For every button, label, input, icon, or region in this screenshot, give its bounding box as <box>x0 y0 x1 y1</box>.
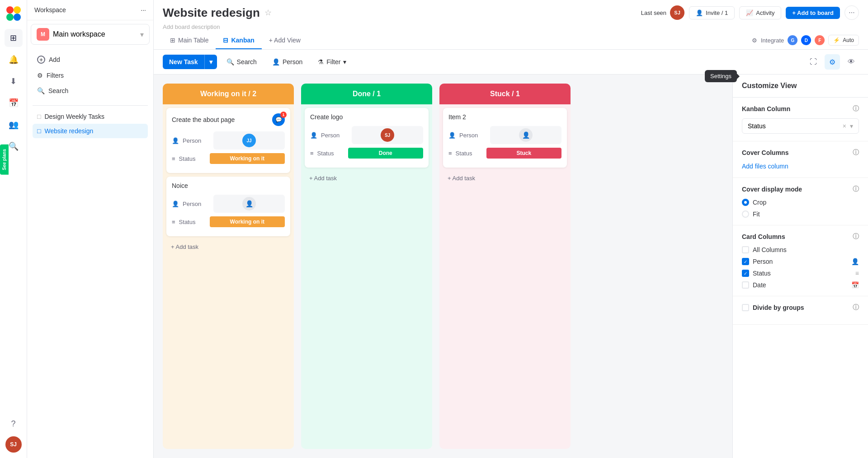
checkbox-divide-square <box>742 304 749 311</box>
add-files-link[interactable]: Add files column <box>742 163 788 170</box>
help-icon[interactable]: ? <box>5 415 23 433</box>
checkbox-date[interactable]: Date 📅 <box>742 281 859 289</box>
see-plans-banner[interactable]: See plans <box>0 145 9 175</box>
add-task-btn-col1[interactable]: + Add task <box>166 240 290 254</box>
kanban-column-info-icon[interactable]: ⓘ <box>853 105 859 113</box>
card-field-status-1: ≡ Status Working on it <box>172 153 285 164</box>
cover-columns-info-icon[interactable]: ⓘ <box>853 149 859 157</box>
team-icon[interactable]: 👥 <box>5 116 23 134</box>
radio-crop[interactable]: Crop <box>742 199 859 206</box>
workspace-more-btn[interactable]: ··· <box>141 6 146 14</box>
select-clear-icon[interactable]: × <box>843 122 846 130</box>
status-field-icon-3: ≡ <box>310 150 314 157</box>
tab-add-view[interactable]: + Add View <box>262 32 308 48</box>
svg-point-3 <box>14 14 21 21</box>
workspace-icon: M <box>37 28 49 41</box>
chat-icon-1[interactable]: 💬 1 <box>272 113 285 126</box>
status-field-icon-2: ≡ <box>172 219 175 225</box>
status-value-4[interactable]: Stuck <box>486 148 561 159</box>
auto-icon: ⚡ <box>833 37 840 43</box>
person-value-3[interactable]: SJ <box>352 126 423 144</box>
app-logo[interactable] <box>5 5 22 22</box>
top-header: Website redesign ☆ Last seen SJ 👤 Invite… <box>154 0 868 50</box>
card-title-4: Item 2 <box>448 113 561 121</box>
search-btn[interactable]: 🔍 Search <box>221 55 263 69</box>
workspace-name: Main workspace <box>53 30 105 38</box>
person-checkbox-icon: 👤 <box>851 258 859 265</box>
checkbox-status-square <box>742 270 749 277</box>
sidebar-filters-btn[interactable]: ⚙ Filters <box>33 68 148 83</box>
add-task-btn-col3[interactable]: + Add task <box>443 171 567 185</box>
status-value-1[interactable]: Working on it <box>210 153 285 164</box>
divide-by-groups-section: Divide by groups ⓘ <box>733 296 868 325</box>
add-to-board-btn[interactable]: + Add to board <box>786 7 840 19</box>
bell-icon[interactable]: 🔔 <box>5 51 23 69</box>
cover-display-title: Cover display mode ⓘ <box>742 185 859 193</box>
tab-main-table[interactable]: ⊞ Main Table <box>163 32 216 49</box>
kanban-board: Working on it / 2 Create the about page … <box>154 75 732 458</box>
sidebar-add-btn[interactable]: + Add <box>33 52 148 67</box>
download-icon[interactable]: ⬇ <box>5 72 23 90</box>
status-value-3[interactable]: Done <box>348 148 423 159</box>
chat-badge-1: 1 <box>280 112 287 118</box>
card-columns-section: Card Columns ⓘ All Columns Person 👤 <box>733 225 868 296</box>
kanban-col-done: Done / 1 Create logo 👤 Person SJ <box>301 84 432 449</box>
sidebar: Workspace ··· M Main workspace ▾ + Add ⚙… <box>27 0 154 458</box>
invite-btn[interactable]: 👤 Invite / 1 <box>689 6 735 19</box>
cover-display-info-icon[interactable]: ⓘ <box>853 185 859 193</box>
person-value-4[interactable]: 👤 <box>490 126 561 144</box>
header-more-btn[interactable]: ··· <box>844 5 859 20</box>
star-icon[interactable]: ☆ <box>264 8 272 18</box>
divide-by-groups-title: Divide by groups ⓘ <box>742 304 859 312</box>
figma-integration-icon[interactable]: F <box>815 35 825 45</box>
radio-fit[interactable]: Fit <box>742 210 859 218</box>
status-value-2[interactable]: Working on it <box>210 216 285 227</box>
eye-btn[interactable]: 👁 <box>844 54 859 70</box>
card-columns-info-icon[interactable]: ⓘ <box>853 233 859 241</box>
kanban-column-select[interactable]: Status × ▾ <box>742 118 859 134</box>
cover-columns-title: Cover Columns ⓘ <box>742 149 859 157</box>
checkbox-divide-by-groups[interactable]: Divide by groups <box>742 304 804 311</box>
select-chevron-icon: ▾ <box>850 122 853 130</box>
home-icon[interactable]: ⊞ <box>5 29 23 47</box>
divide-groups-info-icon[interactable]: ⓘ <box>853 304 859 312</box>
activity-btn[interactable]: 📈 Activity <box>739 6 781 19</box>
tab-kanban[interactable]: ⊟ Kanban <box>216 32 261 49</box>
board-description[interactable]: Add board description <box>163 23 859 32</box>
fullscreen-btn[interactable]: ⛶ <box>806 54 821 70</box>
toolbar: New Task ▾ 🔍 Search 👤 Person ⚗ Filter ▾ … <box>154 50 868 75</box>
settings-btn[interactable]: ⚙ <box>825 54 840 70</box>
avatar-empty-2: 👤 <box>242 197 256 210</box>
add-task-btn-col2[interactable]: + Add task <box>305 171 429 185</box>
workspace-selector[interactable]: M Main workspace ▾ <box>31 24 150 45</box>
customize-panel-header: Customize View <box>733 75 868 98</box>
filter-btn[interactable]: ⚗ Filter ▾ <box>312 55 352 69</box>
svg-point-0 <box>6 6 14 14</box>
calendar-icon[interactable]: 📅 <box>5 94 23 112</box>
person-btn[interactable]: 👤 Person <box>266 55 308 69</box>
search-icon-sidebar: 🔍 <box>37 87 45 94</box>
search-icon-toolbar: 🔍 <box>226 58 234 65</box>
checkbox-person[interactable]: Person 👤 <box>742 258 859 265</box>
google-integration-icon[interactable]: G <box>788 35 797 45</box>
person-value-2[interactable]: 👤 <box>213 195 285 213</box>
card-columns-title: Card Columns ⓘ <box>742 233 859 241</box>
person-value-1[interactable]: JJ <box>213 131 285 150</box>
board-icon-website: □ <box>37 127 41 135</box>
checkbox-all-columns[interactable]: All Columns <box>742 246 859 253</box>
col-body-done: Create logo 👤 Person SJ ≡ Status <box>301 104 432 449</box>
sidebar-item-website-redesign[interactable]: □ Website redesign <box>33 124 148 138</box>
tab-integrations: ⚙ Integrate G D F ⚡ Auto <box>752 35 859 46</box>
auto-btn[interactable]: ⚡ Auto <box>828 35 859 46</box>
tabs-row: ⊞ Main Table ⊟ Kanban + Add View ⚙ Integ… <box>163 32 859 49</box>
avatar-empty-4: 👤 <box>519 128 533 142</box>
new-task-btn[interactable]: New Task ▾ <box>163 55 217 69</box>
filter-icon-toolbar: ⚗ <box>318 58 324 65</box>
sidebar-item-design-weekly[interactable]: □ Design Weekly Tasks <box>33 109 148 124</box>
workspace-chevron-icon: ▾ <box>140 30 144 39</box>
checkbox-status[interactable]: Status ≡ <box>742 270 859 277</box>
dropbox-integration-icon[interactable]: D <box>801 35 811 45</box>
new-task-dropdown[interactable]: ▾ <box>204 55 217 69</box>
sidebar-search-btn[interactable]: 🔍 Search <box>33 84 148 98</box>
user-avatar-small[interactable]: SJ <box>5 436 22 453</box>
